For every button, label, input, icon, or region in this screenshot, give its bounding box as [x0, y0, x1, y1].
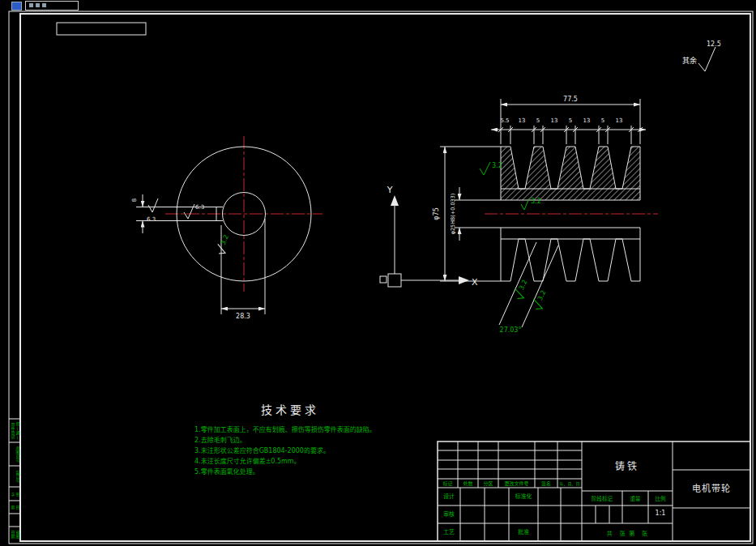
toolbar-button-icon[interactable]: [29, 3, 33, 7]
ucs-y-arrow: [391, 195, 399, 206]
ucs-x-label: X: [472, 277, 478, 288]
roughness-groove-group: 3.2: [530, 288, 549, 312]
tb-rev-zone: 分区: [478, 480, 498, 487]
side-cell: 日 期: [11, 502, 20, 513]
tb-part-name: 电机带轮: [673, 481, 750, 494]
ucs-origin-box: [388, 274, 401, 287]
tb-scale-value: 1:1: [648, 510, 673, 517]
dim-outer-dia: φ75: [433, 207, 440, 220]
docked-toolbar[interactable]: [25, 1, 79, 11]
ucs-y-label: Y: [387, 185, 393, 195]
tb-design: 设计: [438, 492, 460, 500]
side-cell: 签 字: [11, 488, 20, 500]
tech-item: 5.零件表面氧化处理。: [194, 467, 386, 477]
tb-approve: 批准: [509, 527, 538, 535]
side-cell: 装订号: [11, 467, 20, 486]
chain-dim: 5.5: [500, 117, 509, 124]
section-bottom-profile: [501, 228, 640, 281]
groove-angle-value: 27.03°: [500, 326, 522, 334]
tb-rev-date: 年、月、日: [557, 480, 582, 486]
remark-value: 12.5: [707, 41, 721, 48]
tech-item: 3.未注形状公差应符合GB1804-2000的要求。: [194, 446, 386, 456]
ucs-origin-box-small: [380, 276, 387, 283]
tb-scale-label: 比例: [648, 494, 673, 502]
section-view[interactable]: 77.5 5.5 13 5 13 5 13 5: [433, 96, 646, 334]
chain-dim: 5: [601, 117, 604, 124]
zone-box: [57, 23, 146, 35]
front-view[interactable]: 8 28.3 6.3 6.3 3.2: [131, 147, 311, 320]
tb-sheet-counter: 共 张 第 张: [582, 529, 673, 537]
surface-roughness-icon: [480, 162, 490, 175]
surface-roughness-icon: [184, 204, 194, 219]
tb-material: 铸铁: [582, 459, 673, 472]
chain-dim: 5: [536, 117, 540, 124]
chain-dim: 13: [583, 117, 591, 124]
roughness-left-group: 3.2: [480, 162, 502, 175]
ucs-x-arrow: [459, 276, 469, 284]
top-toolbar: [0, 0, 756, 11]
chain-dim: 13: [519, 117, 526, 124]
section-top-profile: [501, 147, 640, 200]
side-cell: 底图总号: [11, 444, 20, 465]
centerlines[interactable]: [165, 136, 658, 292]
cad-workspace[interactable]: 8 28.3 6.3 6.3 3.2: [0, 0, 756, 546]
dim-keyway-width: 8: [131, 198, 138, 202]
surface-roughness-icon: [148, 198, 158, 212]
angle-leader: [499, 242, 536, 325]
tb-rev-count: 处数: [458, 480, 478, 487]
remark-label: 其余: [682, 56, 697, 65]
dim-keyway-depth: 28.3: [236, 313, 250, 320]
roughness-value: 3.2: [531, 198, 541, 205]
roughness-value: 6.3: [195, 204, 204, 211]
tb-process: 工艺: [438, 527, 460, 535]
chain-dim: 13: [551, 117, 558, 124]
angle-leader: [522, 245, 558, 327]
tech-item: 4.未注长度尺寸允许偏差±0.5mm。: [194, 456, 386, 467]
tb-audit: 审核: [438, 510, 460, 518]
tech-item: 1.零件加工表面上，不应有划痕、擦伤等损伤零件表面的缺陷。: [194, 424, 386, 435]
surface-roughness-icon: [698, 47, 715, 71]
tb-standard: 标准化: [509, 492, 538, 500]
toolbar-button-icon[interactable]: [36, 3, 40, 7]
side-cell: 描图 日期: [11, 528, 20, 540]
roughness-value: 6.3: [147, 216, 156, 223]
roughness-face-group: 3.2: [215, 233, 233, 256]
dim-bore-dia: φ25H8(+0.033): [450, 194, 456, 235]
side-cell: 借(通)用件登记: [11, 420, 20, 441]
roughness-groove-group: 3.2: [511, 278, 531, 301]
roughness-value: 3.2: [492, 162, 502, 169]
cad-app-icon[interactable]: [11, 2, 22, 11]
tb-rev-doc: 更改文件号: [498, 480, 535, 487]
chain-dim: 5: [569, 117, 572, 124]
tb-stage-mark: 阶段标记: [582, 494, 622, 502]
tb-rev-mark: 标记: [438, 480, 458, 487]
tech-title: 技术要求: [194, 401, 386, 417]
tech-item: 2.去除毛刺飞边。: [194, 435, 386, 446]
toolbar-button-icon[interactable]: [42, 3, 46, 7]
tb-rev-sign: 签名: [535, 480, 557, 487]
tb-weight: 重量: [622, 494, 648, 502]
chain-dim: 13: [616, 117, 623, 124]
tech-requirements[interactable]: 技术要求 1.零件加工表面上，不应有划痕、擦伤等损伤零件表面的缺陷。 2.去除毛…: [194, 401, 386, 477]
general-roughness-remark[interactable]: 12.5 其余: [682, 41, 721, 71]
dim-overall: 77.5: [563, 96, 578, 103]
